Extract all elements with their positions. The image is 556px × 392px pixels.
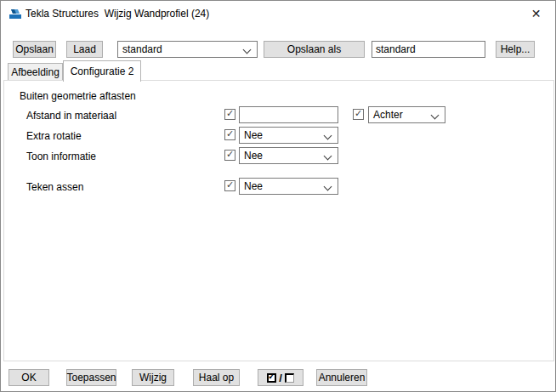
tekla-logo-icon	[9, 8, 22, 21]
chevron-down-icon	[324, 152, 332, 161]
tab-configuratie-2[interactable]: Configuratie 2	[63, 60, 141, 82]
unchecked-checkbox-icon	[285, 373, 294, 383]
load-button[interactable]: Laad	[66, 41, 103, 58]
extra-rotatie-dropdown[interactable]: Nee	[239, 127, 338, 144]
toon-informatie-label: Toon informatie	[26, 151, 96, 162]
cancel-button[interactable]: Annuleren	[316, 369, 367, 386]
afstand-positie-dropdown-value: Achter	[373, 109, 403, 121]
dialog-window: Tekla Structures Wijzig Wandprofiel (24)…	[0, 0, 556, 392]
afstand-in-materiaal-label: Afstand in materiaal	[26, 110, 116, 122]
tab-afbeelding[interactable]: Afbeelding	[8, 63, 63, 81]
teken-assen-dropdown[interactable]: Nee	[239, 178, 338, 195]
afstand-positie-dropdown[interactable]: Achter	[368, 106, 445, 123]
teken-assen-label: Teken assen	[26, 181, 83, 193]
title-bar: Tekla Structures Wijzig Wandprofiel (24)…	[1, 1, 555, 27]
teken-assen-dropdown-value: Nee	[244, 180, 263, 192]
tab-afbeelding-label: Afbeelding	[11, 66, 60, 78]
group-title: Buiten geometrie aftasten	[20, 90, 136, 102]
chevron-down-icon	[431, 111, 440, 120]
save-as-button[interactable]: Opslaan als	[264, 41, 365, 58]
toon-informatie-dropdown[interactable]: Nee	[239, 147, 338, 164]
close-icon: ✕	[531, 8, 542, 20]
checked-checkbox-icon	[267, 373, 276, 383]
tab-configuratie-2-label: Configuratie 2	[71, 65, 134, 77]
chevron-down-icon	[324, 183, 332, 191]
afstand-in-materiaal-input[interactable]	[239, 106, 338, 123]
toon-informatie-dropdown-value: Nee	[244, 150, 263, 162]
window-title: Tekla Structures Wijzig Wandprofiel (24)	[26, 1, 209, 27]
get-button[interactable]: Haal op	[193, 369, 240, 386]
ok-button[interactable]: OK	[9, 369, 49, 386]
settings-file-dropdown-value: standard	[122, 43, 162, 55]
extra-rotatie-label: Extra rotatie	[26, 130, 82, 142]
toggle-all-checkboxes-button[interactable]: /	[258, 369, 304, 386]
modify-button[interactable]: Wijzig	[132, 369, 174, 386]
save-button[interactable]: Opslaan	[13, 41, 56, 58]
extra-rotatie-checkbox[interactable]	[224, 129, 235, 140]
extra-rotatie-dropdown-value: Nee	[244, 129, 263, 141]
toggle-slash: /	[279, 372, 282, 384]
help-button[interactable]: Help...	[496, 41, 535, 58]
chevron-down-icon	[324, 132, 332, 140]
afstand-in-materiaal-checkbox[interactable]	[224, 109, 235, 120]
teken-assen-checkbox[interactable]	[224, 180, 235, 191]
close-button[interactable]: ✕	[517, 1, 555, 26]
chevron-down-icon	[243, 46, 252, 54]
toon-informatie-checkbox[interactable]	[224, 150, 235, 161]
save-as-input[interactable]	[372, 41, 485, 58]
afstand-positie-checkbox[interactable]	[353, 109, 364, 120]
settings-file-dropdown[interactable]: standard	[117, 41, 258, 58]
apply-button[interactable]: Toepassen	[66, 369, 116, 386]
